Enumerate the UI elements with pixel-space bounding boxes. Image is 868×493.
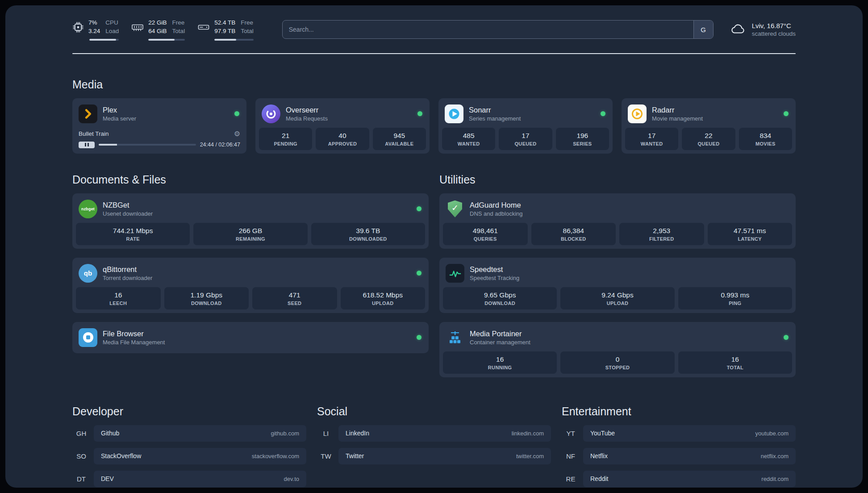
filebrowser-icon xyxy=(79,328,97,347)
disk-widget: 52.4 TB 97.9 TB Free Total xyxy=(197,19,254,41)
service-subtitle: Usenet downloader xyxy=(103,210,153,217)
stat-tile: 498,461QUERIES xyxy=(443,223,528,245)
service-name: Radarr xyxy=(652,106,703,114)
playback-progress xyxy=(99,144,196,146)
bookmark-linkedin[interactable]: LI LinkedInlinkedin.com xyxy=(317,425,551,442)
bookmark-name: LinkedIn xyxy=(346,430,369,437)
overseerr-icon xyxy=(262,104,280,123)
service-link-nzbget[interactable]: nzbget NZBGet Usenet downloader xyxy=(76,197,425,223)
stat-tile: 16RUNNING xyxy=(443,351,557,374)
stat-tile: 2,953FILTERED xyxy=(619,223,704,245)
service-name: Speedtest xyxy=(470,265,519,274)
topbar: 7% 3.24 CPU Load 22 GiB xyxy=(72,19,796,41)
cpu-progress-bar xyxy=(89,39,119,41)
bookmark-name: Reddit xyxy=(590,475,608,482)
service-card-sonarr: Sonarr Series management 485WANTED 17QUE… xyxy=(438,98,613,154)
bookmark-abbr: SO xyxy=(72,452,90,460)
cpu-load-value: 3.24 xyxy=(88,27,100,36)
section-title-media: Media xyxy=(72,78,796,91)
stat-tile: 86,384BLOCKED xyxy=(531,223,616,245)
gear-icon[interactable]: ⚙ xyxy=(234,130,240,138)
pause-button[interactable] xyxy=(79,142,95,148)
service-link-filebrowser[interactable]: File Browser Media File Management xyxy=(76,326,425,350)
stat-tile: 16LEECH xyxy=(76,287,161,309)
search-input[interactable] xyxy=(282,20,714,39)
weather-widget: Lviv, 16.87°C scattered clouds xyxy=(730,22,796,37)
bookmark-abbr: LI xyxy=(317,430,335,437)
bookmark-name: YouTube xyxy=(590,430,615,437)
disk-free-label: Free xyxy=(241,19,254,27)
bookmark-github[interactable]: GH Githubgithub.com xyxy=(72,425,306,442)
stat-tile: 196SERIES xyxy=(556,128,609,150)
bookmark-twitter[interactable]: TW Twittertwitter.com xyxy=(317,448,551,464)
memory-widget: 22 GiB 64 GiB Free Total xyxy=(131,19,185,41)
service-subtitle: DNS and adblocking xyxy=(470,210,523,217)
status-dot xyxy=(234,111,239,116)
service-name: qBittorrent xyxy=(103,265,152,274)
stat-tile: 22QUEUED xyxy=(682,128,735,150)
bookmark-abbr: RE xyxy=(562,475,580,483)
section-title-documents: Documents & Files xyxy=(72,173,429,186)
service-link-adguard[interactable]: ✓ AdGuard Home DNS and adblocking xyxy=(443,197,792,223)
radarr-icon xyxy=(628,104,647,123)
cpu-icon xyxy=(72,21,84,33)
bookmark-youtube[interactable]: YT YouTubeyoutube.com xyxy=(562,425,796,442)
stat-tile: 485WANTED xyxy=(442,128,495,150)
service-link-plex[interactable]: Plex Media server xyxy=(76,102,243,128)
service-card-filebrowser: File Browser Media File Management xyxy=(72,322,429,353)
bookmark-group-title: Social xyxy=(317,405,551,418)
bookmark-url: netflix.com xyxy=(761,453,789,460)
sonarr-icon xyxy=(445,104,463,123)
header-divider xyxy=(72,53,796,54)
plex-icon xyxy=(79,104,97,123)
service-link-qbittorrent[interactable]: qb qBittorrent Torrent downloader xyxy=(76,261,425,287)
weather-condition: scattered clouds xyxy=(752,30,796,37)
cpu-usage-value: 7% xyxy=(88,19,100,27)
service-subtitle: Media Requests xyxy=(286,115,328,122)
service-link-radarr[interactable]: Radarr Movie management xyxy=(625,102,792,128)
bookmark-name: DEV xyxy=(101,475,114,482)
status-dot xyxy=(601,111,605,116)
stat-tile: 0STOPPED xyxy=(560,351,674,374)
nzbget-icon: nzbget xyxy=(79,200,97,218)
qbittorrent-icon: qb xyxy=(79,264,97,283)
service-subtitle: Torrent downloader xyxy=(103,275,152,281)
memory-progress-bar xyxy=(148,39,185,41)
stat-tile: 471SEED xyxy=(252,287,337,309)
status-dot xyxy=(417,335,421,340)
bookmark-stackoverflow[interactable]: SO StackOverflowstackoverflow.com xyxy=(72,448,306,464)
service-card-adguard: ✓ AdGuard Home DNS and adblocking 498,46… xyxy=(439,193,796,249)
search-provider-button[interactable]: G xyxy=(693,21,713,38)
service-name: File Browser xyxy=(103,330,165,338)
stat-tile: 39.6 TBDOWNLOADED xyxy=(311,223,425,245)
service-card-overseerr: Overseerr Media Requests 21PENDING 40APP… xyxy=(255,98,430,154)
resource-widgets: 7% 3.24 CPU Load 22 GiB xyxy=(72,19,266,41)
service-name: AdGuard Home xyxy=(470,201,523,209)
stat-tile: 834MOVIES xyxy=(739,128,792,150)
service-name: Media Portainer xyxy=(470,330,530,338)
service-link-speedtest[interactable]: Speedtest Speedtest Tracking xyxy=(443,261,792,287)
service-subtitle: Media File Management xyxy=(103,339,165,346)
stat-tile: 266 GBREMAINING xyxy=(193,223,307,245)
weather-location: Lviv, 16.87°C xyxy=(752,22,796,29)
service-link-sonarr[interactable]: Sonarr Series management xyxy=(442,102,609,128)
screen-frame: 7% 3.24 CPU Load 22 GiB xyxy=(0,0,868,493)
service-link-overseerr[interactable]: Overseerr Media Requests xyxy=(259,102,426,128)
section-title-utilities: Utilities xyxy=(439,173,796,186)
cpu-usage-label: CPU xyxy=(105,19,119,27)
stat-tile: 40APPROVED xyxy=(316,128,369,150)
bookmark-abbr: GH xyxy=(72,430,90,437)
bookmark-group-developer: Developer GH Githubgithub.com SO StackOv… xyxy=(72,405,306,488)
bookmark-url: youtube.com xyxy=(755,430,789,437)
speedtest-icon xyxy=(446,264,464,283)
service-subtitle: Movie management xyxy=(652,115,703,122)
stat-tile: 17WANTED xyxy=(625,128,678,150)
service-link-portainer[interactable]: Media Portainer Container management xyxy=(443,326,792,351)
stat-tile: 16TOTAL xyxy=(678,351,792,374)
bookmark-abbr: YT xyxy=(562,430,580,437)
bookmark-dev[interactable]: DT DEVdev.to xyxy=(72,471,306,487)
bookmark-reddit[interactable]: RE Redditreddit.com xyxy=(562,471,796,487)
section-media: Media Plex Media server Bullet Train xyxy=(72,78,796,154)
bookmark-netflix[interactable]: NF Netflixnetflix.com xyxy=(562,448,796,464)
service-card-portainer: Media Portainer Container management 16R… xyxy=(439,322,796,377)
